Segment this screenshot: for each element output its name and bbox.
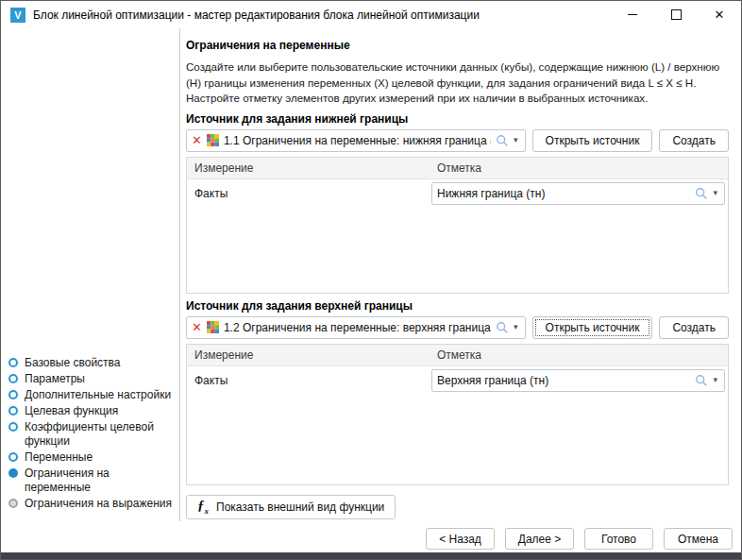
search-icon[interactable] (695, 374, 708, 387)
open-source-button[interactable]: Открыть источник (532, 129, 653, 152)
upper-bound-mark-value: Верхняя граница (тн) (437, 374, 690, 387)
chevron-down-icon[interactable]: ▾ (514, 323, 520, 331)
table-header: Измерение Отметка (187, 345, 728, 366)
upper-bound-source-value: 1.2 Ограничения на переменные: верхняя г… (224, 321, 491, 334)
dimension-cell: Факты (187, 187, 431, 200)
step-indicator-icon (8, 374, 18, 383)
step-label: Параметры (25, 372, 85, 386)
chevron-down-icon[interactable]: ▾ (713, 376, 719, 384)
cube-icon (207, 321, 219, 333)
step-indicator-icon (8, 452, 18, 462)
next-button[interactable]: Далее > (505, 528, 574, 550)
search-icon[interactable] (695, 187, 708, 200)
step-label: Ограничения на выражения (25, 497, 172, 511)
delete-source-icon[interactable]: ✕ (192, 321, 202, 333)
step-indicator-icon (8, 422, 18, 432)
step-expression-constraints[interactable]: Ограничения на выражения (8, 496, 176, 512)
lower-bound-source-value: 1.1 Ограничения на переменные: нижняя гр… (224, 134, 491, 147)
wizard-dialog-window: V Блок линейной оптимизации - мастер ред… (0, 0, 742, 560)
finish-button[interactable]: Готово (584, 528, 653, 550)
function-view-row: ƒx Показать внешний вид функции (186, 495, 729, 519)
step-objective-coefficients[interactable]: Коэффициенты целевой функции (8, 419, 176, 450)
wizard-footer: < Назад Далее > Готово Отмена (426, 528, 733, 550)
close-icon: ✕ (715, 8, 725, 21)
mark-cell: Нижняя граница (тн) ▾ (431, 182, 728, 205)
lower-bound-dimension-table: Измерение Отметка Факты Нижняя граница (… (186, 157, 729, 294)
show-function-view-label: Показать внешний вид функции (216, 501, 384, 514)
lower-bound-mark-combobox[interactable]: Нижняя граница (тн) ▾ (431, 182, 725, 205)
upper-bound-dimension-table: Измерение Отметка Факты Верхняя граница … (186, 344, 729, 485)
step-indicator-icon (8, 406, 18, 416)
cube-icon (207, 134, 219, 146)
minimize-button[interactable] (611, 1, 654, 28)
step-label: Ограничения на переменные (25, 467, 176, 495)
dimension-column-header: Измерение (187, 161, 431, 175)
mark-column-header: Отметка (431, 348, 728, 362)
lower-bound-section-title: Источник для задания нижней границы (186, 112, 729, 126)
lower-bound-mark-value: Нижняя граница (тн) (437, 187, 690, 200)
show-function-view-button[interactable]: ƒx Показать внешний вид функции (186, 495, 396, 519)
step-parameters[interactable]: Параметры (8, 371, 176, 387)
maximize-icon (671, 9, 682, 20)
dimension-cell: Факты (187, 374, 431, 387)
upper-bound-source-row: ✕ 1.2 Ограничения на переменные: верхняя… (186, 316, 729, 339)
table-row[interactable]: Факты Нижняя граница (тн) ▾ (187, 179, 728, 208)
step-indicator-icon (8, 358, 18, 367)
wizard-steps-sidebar: Базовые свойства Параметры Дополнительны… (1, 28, 180, 521)
step-indicator-icon (8, 468, 18, 478)
close-button[interactable]: ✕ (698, 1, 741, 28)
delete-source-icon[interactable]: ✕ (192, 134, 202, 146)
step-objective-function[interactable]: Целевая функция (8, 403, 176, 419)
step-label: Целевая функция (25, 404, 118, 418)
table-header: Измерение Отметка (187, 158, 728, 179)
bottom-edge-bar (1, 552, 741, 559)
fx-icon: ƒx (197, 499, 209, 516)
mark-column-header: Отметка (431, 161, 728, 175)
upper-bound-mark-combobox[interactable]: Верхняя граница (тн) ▾ (431, 369, 725, 392)
lower-bound-source-combobox[interactable]: ✕ 1.1 Ограничения на переменные: нижняя … (186, 129, 526, 152)
main-content: Ограничения на переменные Создайте или в… (180, 28, 741, 519)
cancel-button[interactable]: Отмена (664, 528, 733, 550)
titlebar: V Блок линейной оптимизации - мастер ред… (1, 1, 741, 28)
table-row[interactable]: Факты Верхняя граница (тн) ▾ (187, 366, 728, 395)
step-additional-settings[interactable]: Дополнительные настройки (8, 387, 176, 403)
step-indicator-icon (8, 390, 18, 399)
create-source-button[interactable]: Создать (659, 316, 729, 339)
step-variable-constraints[interactable]: Ограничения на переменные (8, 466, 176, 496)
chevron-down-icon[interactable]: ▾ (514, 136, 520, 144)
step-variables[interactable]: Переменные (8, 450, 176, 466)
step-basic-properties[interactable]: Базовые свойства (8, 355, 176, 371)
app-logo-icon: V (10, 8, 25, 23)
minimize-icon (628, 14, 637, 15)
wizard-step-list: Базовые свойства Параметры Дополнительны… (8, 355, 176, 512)
step-indicator-icon (8, 499, 18, 508)
mark-cell: Верхняя граница (тн) ▾ (431, 369, 728, 392)
dimension-column-header: Измерение (187, 348, 431, 362)
step-label: Дополнительные настройки (25, 388, 171, 402)
open-source-button[interactable]: Открыть источник (532, 316, 653, 339)
step-label: Переменные (25, 450, 93, 465)
chevron-down-icon[interactable]: ▾ (713, 189, 719, 197)
step-label: Базовые свойства (25, 356, 121, 370)
page-description: Создайте или выберите пользовательские и… (186, 59, 729, 107)
window-title: Блок линейной оптимизации - мастер редак… (33, 8, 480, 22)
page-title: Ограничения на переменные (186, 39, 729, 52)
upper-bound-section-title: Источник для задания верхней границы (186, 299, 729, 313)
create-source-button[interactable]: Создать (659, 129, 729, 152)
step-label: Коэффициенты целевой функции (25, 420, 176, 449)
search-icon[interactable] (496, 134, 509, 147)
back-button[interactable]: < Назад (426, 528, 495, 550)
search-icon[interactable] (496, 321, 509, 334)
maximize-button[interactable] (654, 1, 698, 28)
lower-bound-source-row: ✕ 1.1 Ограничения на переменные: нижняя … (186, 129, 729, 152)
window-controls: ✕ (611, 1, 741, 28)
upper-bound-source-combobox[interactable]: ✕ 1.2 Ограничения на переменные: верхняя… (186, 316, 526, 339)
